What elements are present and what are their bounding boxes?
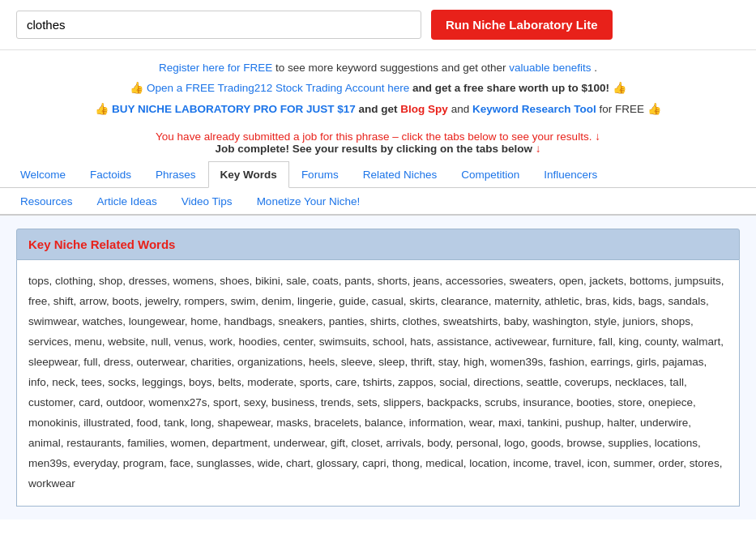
arrow-down-1: ↓ (595, 130, 600, 143)
tab-phrases[interactable]: Phrases (143, 161, 208, 187)
section-body: tops, clothing, shop, dresses, womens, s… (16, 260, 740, 507)
thumb-icon-3: 👍 (95, 102, 109, 115)
status-line2: Job complete! See your results by clicki… (215, 143, 532, 155)
tab-welcome[interactable]: Welcome (8, 161, 78, 187)
tab-article-ideas[interactable]: Article Ideas (85, 188, 169, 214)
thumb-icon-1: 👍 (130, 81, 143, 94)
tab-related-niches[interactable]: Related Niches (351, 161, 450, 187)
tabs-row1: Welcome Factoids Phrases Key Words Forum… (0, 161, 756, 188)
tab-monetize[interactable]: Monetize Your Niche! (245, 188, 373, 214)
section-title: Key Niche Related Words (28, 237, 175, 251)
tab-resources[interactable]: Resources (8, 188, 85, 214)
tabs-row2: Resources Article Ideas Video Tips Monet… (0, 188, 756, 216)
status-bar: You have already submitted a job for thi… (0, 124, 756, 161)
valuable-benefits-link[interactable]: valuable benefits (509, 62, 591, 74)
tab-keywords[interactable]: Key Words (208, 161, 289, 188)
promo-line2: 👍 Open a FREE Trading212 Stock Trading A… (16, 78, 740, 98)
tab-factoids[interactable]: Factoids (78, 161, 143, 187)
keyword-tool-link[interactable]: Keyword Research Tool (472, 103, 596, 115)
tab-video-tips[interactable]: Video Tips (169, 188, 245, 214)
top-bar: Run Niche Laboratory Lite (0, 0, 756, 50)
tab-forums[interactable]: Forums (289, 161, 351, 187)
register-link[interactable]: Register here for FREE (159, 62, 272, 74)
promo-section: Register here for FREE to see more keywo… (0, 50, 756, 124)
pro-link[interactable]: BUY NICHE LABORATORY PRO FOR JUST $17 (112, 103, 356, 115)
content-area: Key Niche Related Words tops, clothing, … (0, 216, 756, 519)
promo-line1: Register here for FREE to see more keywo… (16, 58, 740, 78)
tab-competition[interactable]: Competition (449, 161, 532, 187)
blog-spy-link[interactable]: Blog Spy (400, 103, 448, 115)
tab-influencers[interactable]: Influencers (532, 161, 609, 187)
status-line1: You have already submitted a job for thi… (156, 130, 592, 143)
thumb-icon-2: 👍 (613, 81, 626, 94)
section-header: Key Niche Related Words (16, 229, 740, 260)
thumb-icon-4: 👍 (647, 102, 661, 115)
promo-line3: 👍 BUY NICHE LABORATORY PRO FOR JUST $17 … (16, 99, 740, 119)
trading212-link[interactable]: Open a FREE Trading212 Stock Trading Acc… (147, 82, 409, 94)
arrow-down-2: ↓ (536, 143, 541, 155)
search-input[interactable] (16, 11, 421, 39)
run-button[interactable]: Run Niche Laboratory Lite (431, 10, 613, 40)
